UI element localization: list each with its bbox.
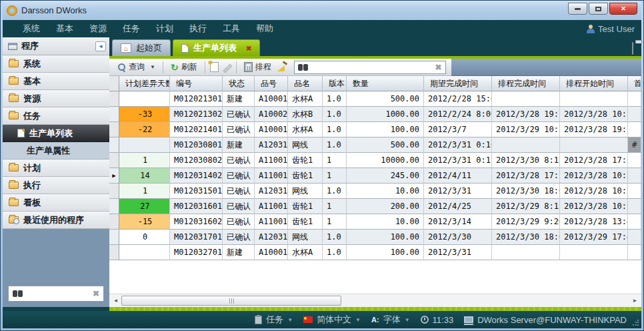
clear-broom-icon[interactable] [277, 62, 288, 72]
current-row-marker[interactable]: ▶ [109, 168, 119, 184]
status-task-menu[interactable]: 任务 ▼ [255, 314, 293, 326]
cell-expected[interactable]: 2012/3/31 0:10 [424, 137, 492, 153]
sidebar-item-3[interactable]: 资源 [3, 90, 109, 107]
cell-item_name[interactable]: 齿轮1 [288, 168, 323, 184]
cell-status[interactable]: 新建 [223, 91, 255, 107]
sidebar-item-9[interactable]: 看板 [3, 194, 109, 212]
cell-diff[interactable]: 27 [119, 199, 170, 214]
column-header-1[interactable]: 计划差异天数 [119, 76, 170, 91]
cell-sched_start[interactable] [560, 91, 628, 107]
cell-code[interactable]: M012031701 [170, 230, 223, 245]
cell-code[interactable]: M012031601 [170, 199, 223, 214]
cell-item_name[interactable]: 齿轮1 [288, 214, 323, 230]
cell-expected[interactable]: 2012/4/11 [424, 168, 492, 184]
cell-item_name[interactable]: 齿轮1 [288, 199, 323, 214]
row-selector[interactable] [109, 137, 119, 153]
cell-diff[interactable] [119, 137, 170, 153]
cell-diff[interactable]: 0 [119, 230, 170, 245]
cell-item_no[interactable]: A10001 [255, 91, 288, 107]
cell-partial[interactable]: # [628, 137, 641, 153]
cell-expected[interactable]: 2012/4/25 [424, 199, 492, 214]
cell-qty[interactable]: 10.00 [347, 214, 424, 230]
cell-sched_end[interactable]: 2012/3/30 8:15 [492, 153, 560, 168]
cell-expected[interactable]: 2012/3/7 [424, 122, 492, 137]
current-user[interactable]: Test User [587, 24, 635, 34]
cell-qty[interactable]: 100.00 [347, 245, 424, 260]
cell-item_no[interactable]: A11001 [255, 214, 288, 230]
cell-item_no[interactable]: A10001 [255, 122, 288, 137]
cell-partial[interactable] [628, 245, 641, 260]
row-selector[interactable] [109, 199, 119, 214]
cell-status[interactable]: 已确认 [223, 199, 255, 214]
cell-sched_start[interactable] [560, 137, 628, 153]
tab-close-icon[interactable]: ✖ [246, 45, 251, 52]
cell-sched_end[interactable] [492, 137, 560, 153]
cell-diff[interactable]: 14 [119, 168, 170, 184]
menu-item-1[interactable]: 系统 [15, 21, 48, 37]
maximize-button[interactable] [589, 3, 608, 15]
cell-expected[interactable]: 2012/3/31 [424, 245, 492, 260]
minimize-button[interactable] [568, 3, 587, 15]
cell-partial[interactable] [628, 214, 641, 230]
sidebar-item-5[interactable]: 生产单列表 [3, 125, 109, 142]
cell-item_name[interactable]: 水杯A [288, 91, 323, 107]
cell-sched_start[interactable]: 2012/3/28 19:10 [560, 122, 628, 137]
cell-qty[interactable]: 1000.00 [347, 107, 424, 122]
cell-diff[interactable] [119, 91, 170, 107]
cell-sched_end[interactable] [492, 245, 560, 260]
cell-item_name[interactable]: 齿轮1 [288, 153, 323, 168]
cell-partial[interactable] [628, 91, 641, 107]
cell-qty[interactable]: 10.00 [347, 184, 424, 199]
column-header-2[interactable]: 编号 [170, 76, 223, 91]
cell-sched_end[interactable]: 2012/3/28 19:10 [492, 107, 560, 122]
cell-version[interactable]: 1.0 [323, 107, 347, 122]
column-header-5[interactable]: 品名 [288, 76, 323, 91]
status-font-menu[interactable]: A: 字体 ▼ [371, 314, 410, 326]
cell-version[interactable]: 1 [323, 214, 347, 230]
cell-partial[interactable] [628, 168, 641, 184]
cell-sched_start[interactable]: 2012/3/28 10:52 [560, 107, 628, 122]
scroll-left-icon[interactable]: ◄ [110, 296, 121, 306]
cell-version[interactable]: 1.0 [323, 245, 347, 260]
cell-status[interactable]: 已确认 [223, 214, 255, 230]
cell-item_name[interactable]: 水杯A [288, 245, 323, 260]
cell-version[interactable]: 1.0 [323, 122, 347, 137]
column-header-9[interactable]: 排程完成时间 [492, 76, 560, 91]
cell-code[interactable]: M012021401 [170, 122, 223, 137]
schedule-button[interactable]: 排程 [241, 60, 274, 74]
printer-icon[interactable] [632, 42, 633, 55]
cell-code[interactable]: M012031501 [170, 184, 223, 199]
cell-item_name[interactable]: 水杯A [288, 122, 323, 137]
cell-qty[interactable]: 245.00 [347, 168, 424, 184]
cell-code[interactable]: M012021301 [170, 91, 223, 107]
cell-version[interactable]: 1 [323, 153, 347, 168]
column-header-6[interactable]: 版本 [323, 76, 347, 91]
cell-item_no[interactable]: A12031 [255, 230, 288, 245]
grid-search-input[interactable] [311, 63, 432, 72]
sidebar-item-6[interactable]: 生产单属性 [3, 142, 109, 159]
cell-expected[interactable]: 2012/2/28 15:00 [424, 91, 492, 107]
cell-expected[interactable]: 2012/2/24 8:00 [424, 107, 492, 122]
sidebar-search-input[interactable] [23, 289, 93, 298]
row-selector[interactable] [109, 91, 119, 107]
row-selector[interactable] [109, 214, 119, 230]
cell-qty[interactable]: 100.00 [347, 230, 424, 245]
tab-1[interactable]: ⌂起始页 [112, 39, 171, 56]
cell-qty[interactable]: 10000.00 [347, 153, 424, 168]
cell-qty[interactable]: 100.00 [347, 122, 424, 137]
cell-status[interactable]: 已确认 [223, 107, 255, 122]
cell-diff[interactable]: 1 [119, 184, 170, 199]
cell-status[interactable]: 已确认 [223, 122, 255, 137]
cell-expected[interactable]: 2012/3/14 [424, 214, 492, 230]
cell-version[interactable]: 1.0 [323, 230, 347, 245]
cell-sched_end[interactable]: 2012/3/28 17:13 [492, 168, 560, 184]
close-button[interactable]: ✕ [609, 3, 637, 15]
cell-status[interactable]: 已确认 [223, 168, 255, 184]
row-selector-header[interactable] [109, 76, 119, 91]
sidebar-item-7[interactable]: 计划 [3, 159, 109, 177]
cell-diff[interactable]: -22 [119, 122, 170, 137]
cell-sched_start[interactable]: 2012/3/29 17:46 [560, 230, 628, 245]
edit-pencil-icon[interactable] [222, 63, 231, 72]
cell-item_name[interactable]: 网线 [288, 230, 323, 245]
cell-status[interactable]: 新建 [223, 137, 255, 153]
